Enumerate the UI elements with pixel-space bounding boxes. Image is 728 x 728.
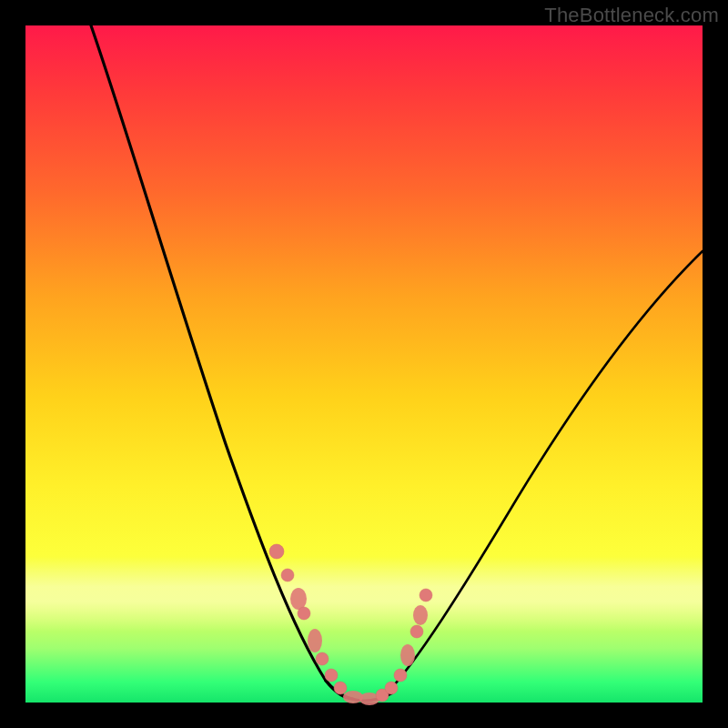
highlight-dots (269, 544, 432, 705)
svg-point-11 (385, 682, 398, 694)
svg-point-1 (281, 569, 294, 581)
svg-point-3 (298, 607, 310, 620)
svg-point-15 (413, 605, 428, 625)
svg-point-13 (400, 644, 415, 666)
curve-left-arm (91, 25, 353, 699)
svg-point-0 (269, 544, 284, 559)
svg-point-4 (308, 629, 322, 652)
bottleneck-curve (25, 25, 703, 703)
outer-frame: TheBottleneck.com (0, 0, 728, 728)
curve-right-arm (385, 251, 703, 695)
svg-point-16 (420, 589, 432, 602)
svg-point-14 (410, 625, 423, 638)
plot-area (25, 25, 703, 703)
svg-point-5 (316, 652, 329, 665)
svg-point-7 (334, 682, 347, 694)
svg-point-12 (394, 669, 407, 682)
svg-point-6 (325, 669, 338, 682)
watermark-label: TheBottleneck.com (544, 4, 719, 27)
svg-point-2 (290, 588, 307, 610)
